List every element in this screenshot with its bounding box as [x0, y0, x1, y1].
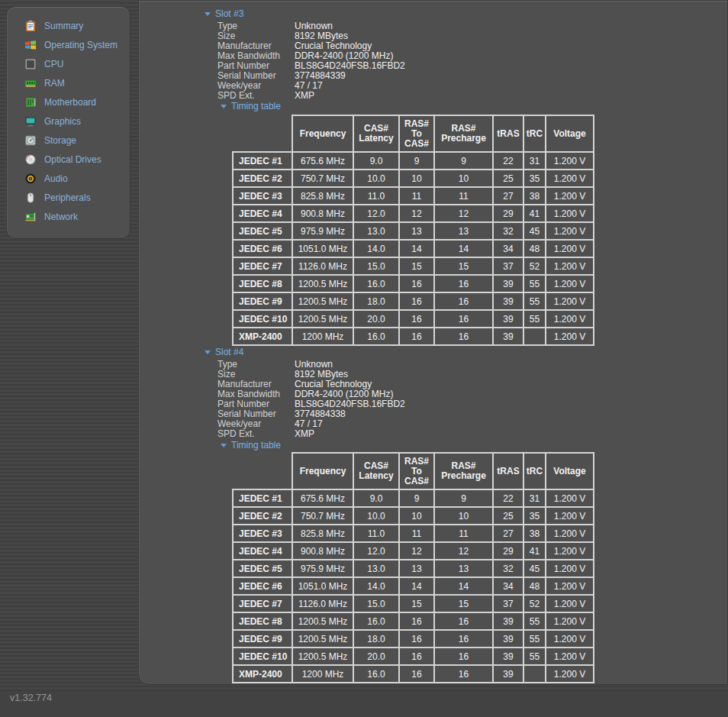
tras-cell: 39: [493, 665, 523, 683]
timing-table-header-row: Frequency CAS# Latency RAS# To CAS# RAS#…: [233, 115, 594, 152]
trc-cell: 35: [523, 170, 546, 187]
cas-latency-cell: 11.0: [353, 187, 399, 205]
timing-table-slot-3: Frequency CAS# Latency RAS# To CAS# RAS#…: [232, 115, 594, 346]
tras-cell: 29: [493, 205, 523, 222]
timing-table-row: JEDEC #4 900.8 MHz 12.0 12 12 29 41 1.20…: [233, 542, 594, 560]
frequency-cell: 825.8 MHz: [292, 525, 353, 542]
timing-table-row: JEDEC #6 1051.0 MHz 14.0 14 14 34 48 1.2…: [233, 577, 594, 595]
ras-to-cas-cell: 11: [399, 187, 434, 205]
cas-latency-cell: 10.0: [353, 170, 399, 187]
windows-icon: [24, 39, 37, 51]
sidebar-item-cpu[interactable]: CPU: [7, 54, 130, 73]
ras-precharge-cell: 16: [434, 648, 493, 665]
timing-table-header-row: Frequency CAS# Latency RAS# To CAS# RAS#…: [233, 453, 594, 489]
ras-precharge-cell: 11: [434, 525, 493, 542]
detail-value: 8192 MBytes: [295, 31, 348, 41]
ras-precharge-cell: 16: [434, 292, 493, 310]
cas-latency-cell: 15.0: [353, 595, 399, 612]
cas-latency-cell: 9.0: [353, 489, 399, 507]
ras-to-cas-cell: 12: [399, 542, 434, 560]
section-header-timing-table-slot-3[interactable]: Timing table: [221, 101, 281, 111]
timing-table-row: JEDEC #3 825.8 MHz 11.0 11 11 27 38 1.20…: [233, 525, 594, 542]
trc-cell: 31: [523, 489, 546, 507]
hdd-icon: [24, 134, 37, 147]
ras-to-cas-cell: 16: [399, 275, 434, 292]
header-cell-ras-to-cas: RAS# To CAS#: [399, 115, 434, 152]
tras-cell: 34: [493, 240, 523, 257]
sidebar-item-storage[interactable]: Storage: [7, 131, 130, 150]
cas-latency-cell: 12.0: [353, 205, 399, 222]
trc-cell: [523, 328, 546, 345]
sidebar-item-operating-system[interactable]: Operating System: [7, 35, 130, 54]
timing-table-row: JEDEC #5 975.9 MHz 13.0 13 13 32 45 1.20…: [233, 560, 594, 577]
sidebar-item-network[interactable]: Network: [7, 207, 130, 226]
row-label-cell: JEDEC #3: [233, 187, 292, 205]
tras-cell: 22: [493, 489, 523, 507]
detail-value: 47 / 17: [295, 418, 323, 429]
trc-cell: 48: [523, 240, 546, 257]
row-label-cell: JEDEC #5: [233, 560, 292, 577]
ras-to-cas-cell: 16: [399, 630, 434, 648]
sidebar-item-audio[interactable]: Audio: [7, 169, 130, 188]
trc-cell: 52: [523, 595, 546, 612]
timing-table-slot-4: Frequency CAS# Latency RAS# To CAS# RAS#…: [232, 452, 594, 683]
motherboard-icon: [24, 96, 37, 108]
detail-value: Crucial Technology: [295, 379, 372, 389]
cas-latency-cell: 14.0: [353, 577, 399, 595]
voltage-cell: 1.200 V: [546, 257, 594, 275]
section-header-slot-4[interactable]: Slot #4: [205, 347, 243, 357]
row-label-cell: JEDEC #2: [233, 507, 292, 525]
speaker-icon: [24, 173, 37, 185]
collapse-arrow-icon: [221, 105, 227, 108]
row-label-cell: JEDEC #7: [233, 595, 292, 612]
sidebar-item-label: Graphics: [44, 116, 81, 127]
voltage-cell: 1.200 V: [546, 630, 594, 648]
section-title: Timing table: [231, 440, 281, 451]
frequency-cell: 1200 MHz: [292, 665, 353, 683]
timing-table-row: JEDEC #7 1126.0 MHz 15.0 15 15 37 52 1.2…: [233, 595, 594, 612]
collapse-arrow-icon: [205, 12, 211, 16]
header-cell-tras: tRAS: [493, 115, 523, 152]
sidebar-item-summary[interactable]: Summary: [7, 16, 130, 35]
trc-cell: 45: [523, 560, 546, 577]
frequency-cell: 975.9 MHz: [292, 560, 353, 577]
sidebar-item-ram[interactable]: RAM: [7, 73, 130, 92]
detail-value: Unknown: [295, 21, 333, 31]
ras-precharge-cell: 16: [434, 275, 493, 292]
cas-latency-cell: 16.0: [353, 275, 399, 292]
detail-value: BLS8G4D240FSB.16FBD2: [295, 60, 405, 71]
cas-latency-cell: 16.0: [353, 665, 399, 683]
trc-cell: 55: [523, 648, 546, 665]
trc-cell: 38: [523, 525, 546, 542]
trc-cell: 55: [523, 292, 546, 310]
ras-precharge-cell: 16: [434, 665, 493, 683]
row-label-cell: JEDEC #3: [233, 525, 292, 542]
tras-cell: 32: [493, 560, 523, 577]
timing-table-row: JEDEC #7 1126.0 MHz 15.0 15 15 37 52 1.2…: [233, 257, 594, 275]
sidebar-item-motherboard[interactable]: Motherboard: [7, 92, 130, 111]
sidebar-item-peripherals[interactable]: Peripherals: [7, 188, 130, 207]
timing-table-row: JEDEC #1 675.6 MHz 9.0 9 9 22 31 1.200 V: [233, 152, 594, 170]
voltage-cell: 1.200 V: [546, 525, 594, 542]
voltage-cell: 1.200 V: [546, 275, 594, 292]
voltage-cell: 1.200 V: [546, 648, 594, 665]
ras-precharge-cell: 16: [434, 630, 493, 648]
ram-icon: [24, 77, 37, 89]
app-version: v1.32.774: [10, 693, 52, 703]
sidebar-item-graphics[interactable]: Graphics: [7, 111, 130, 131]
ras-to-cas-cell: 16: [399, 292, 434, 310]
section-header-timing-table-slot-4[interactable]: Timing table: [221, 440, 281, 451]
voltage-cell: 1.200 V: [546, 292, 594, 310]
tras-cell: 39: [493, 292, 523, 310]
voltage-cell: 1.200 V: [546, 612, 594, 630]
ras-precharge-cell: 16: [434, 310, 493, 328]
section-header-slot-3[interactable]: Slot #3: [205, 8, 243, 19]
sidebar-item-optical-drives[interactable]: Optical Drives: [7, 150, 130, 169]
detail-label: SPD Ext.: [217, 91, 295, 101]
trc-cell: 41: [523, 542, 546, 560]
header-cell-ras-to-cas: RAS# To CAS#: [399, 453, 434, 489]
ras-to-cas-cell: 16: [399, 612, 434, 630]
row-label-cell: JEDEC #9: [233, 292, 292, 310]
trc-cell: 35: [523, 507, 546, 525]
header-cell-frequency: Frequency: [292, 453, 353, 489]
